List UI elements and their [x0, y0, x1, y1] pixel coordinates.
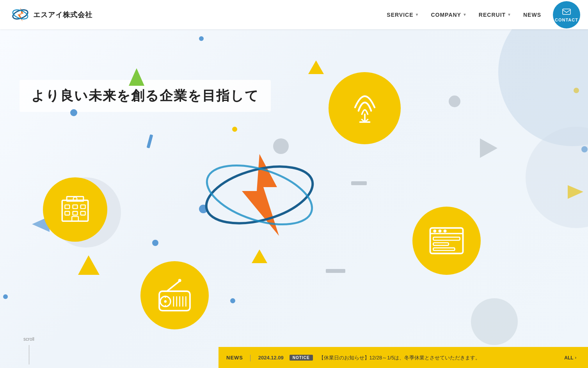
deco-triangle-yellow2: [78, 255, 99, 276]
svg-marker-4: [308, 60, 324, 74]
svg-rect-20: [65, 211, 69, 215]
main-nav: SERVICE ▼ COMPANY ▼ RECRUIT ▼ NEWS CONTA…: [387, 1, 580, 28]
svg-rect-42: [433, 243, 448, 246]
company-dropdown-arrow: ▼: [463, 12, 467, 17]
svg-rect-2: [563, 9, 570, 14]
deco-dot: [70, 109, 77, 116]
envelope-icon: [562, 7, 571, 16]
svg-line-25: [167, 281, 180, 291]
svg-point-40: [444, 230, 447, 233]
news-all-link[interactable]: ALL ›: [564, 355, 576, 361]
scroll-indicator: scroll: [23, 336, 34, 364]
hero-section: より良い未来を創る企業を目指して: [0, 29, 588, 368]
nav-company[interactable]: COMPANY ▼: [431, 12, 467, 18]
svg-marker-6: [480, 138, 497, 158]
deco-triangle-yellow3: [252, 249, 267, 265]
deco-circle-bg2: [526, 127, 588, 228]
svg-rect-17: [65, 205, 69, 209]
radio-circle: [140, 261, 209, 329]
svg-rect-41: [433, 237, 460, 240]
news-bar: NEWS │ 2024.12.09 NOTICE 【休業日のお知らせ】12/28…: [219, 347, 588, 368]
service-dropdown-arrow: ▼: [415, 12, 419, 17]
svg-point-39: [439, 230, 442, 233]
deco-triangle-gray: [480, 138, 497, 159]
deco-dot: [3, 294, 8, 299]
svg-rect-18: [73, 205, 78, 209]
recruit-dropdown-arrow: ▼: [507, 12, 512, 17]
news-divider: │: [249, 355, 252, 361]
radio-icon: [154, 275, 195, 316]
notice-badge: NOTICE: [290, 355, 313, 361]
hero-tagline: より良い未来を創る企業を目指して: [20, 80, 271, 112]
logo-area[interactable]: エスアイ株式会社: [12, 6, 92, 23]
svg-marker-8: [252, 249, 267, 263]
building-icon: [57, 191, 94, 228]
news-label: NEWS: [226, 355, 243, 361]
contact-button[interactable]: CONTACT: [553, 1, 580, 28]
news-text: 【休業日のお知らせ】12/28～1/5は、冬季休業とさせていただきます。: [319, 354, 559, 361]
browser-icon: [426, 220, 467, 261]
deco-dot: [232, 127, 237, 132]
deco-dot: [230, 298, 235, 303]
deco-dot: [199, 36, 204, 41]
news-date: 2024.12.09: [258, 355, 284, 361]
deco-dot: [152, 240, 158, 246]
deco-rect: [147, 134, 153, 149]
deco-circle-small: [471, 298, 518, 345]
deco-triangle-green: [129, 68, 144, 87]
antenna-circle: [329, 72, 401, 144]
svg-rect-22: [81, 211, 85, 215]
antenna-icon: [345, 89, 384, 128]
news-all-arrow: ›: [575, 356, 576, 360]
header: エスアイ株式会社 SERVICE ▼ COMPANY ▼ RECRUIT ▼ N…: [0, 0, 588, 29]
svg-rect-21: [73, 211, 78, 215]
center-logo: [199, 150, 320, 240]
nav-service[interactable]: SERVICE ▼: [387, 12, 419, 18]
svg-point-33: [164, 300, 167, 303]
svg-point-38: [433, 230, 436, 233]
deco-dot-gray: [449, 96, 460, 107]
deco-rect: [326, 269, 345, 273]
nav-recruit[interactable]: RECRUIT ▼: [479, 12, 512, 18]
deco-triangle-yellow: [308, 60, 324, 76]
svg-point-26: [178, 279, 181, 282]
nav-news[interactable]: NEWS: [523, 12, 541, 18]
deco-rect: [351, 181, 367, 185]
browser-circle: [412, 207, 481, 275]
svg-rect-43: [433, 248, 455, 251]
logo-text: エスアイ株式会社: [33, 10, 92, 19]
svg-marker-7: [78, 255, 99, 275]
svg-rect-19: [81, 205, 85, 209]
svg-marker-3: [129, 68, 144, 86]
building-circle: [43, 177, 107, 242]
logo-icon: [12, 6, 29, 23]
scroll-line: [29, 345, 29, 364]
svg-rect-14: [62, 200, 88, 221]
